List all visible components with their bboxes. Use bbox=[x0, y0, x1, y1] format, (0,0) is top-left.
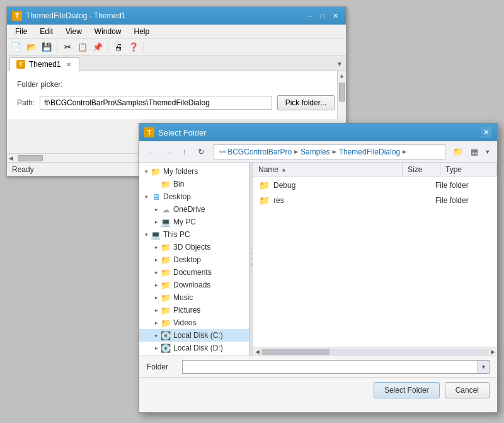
help-button[interactable]: ❓ bbox=[127, 40, 140, 54]
scroll-h-thumb[interactable] bbox=[18, 155, 43, 161]
breadcrumb-samples[interactable]: Samples bbox=[301, 148, 330, 156]
tab-themed1[interactable]: T Themed1 ✕ bbox=[9, 57, 79, 71]
tree-expand-icon[interactable]: ▸ bbox=[152, 255, 161, 264]
breadcrumb-themedfiledialog[interactable]: ThemedFileDialog bbox=[339, 148, 400, 156]
tree-expand-icon[interactable]: ▾ bbox=[142, 230, 151, 239]
scroll-thumb[interactable] bbox=[339, 83, 345, 101]
cut-button[interactable]: ✂ bbox=[60, 40, 74, 54]
file-list-item[interactable]: 📁DebugFile folder bbox=[253, 178, 497, 193]
back-button[interactable]: ← bbox=[144, 144, 159, 159]
path-input[interactable] bbox=[40, 96, 272, 110]
open-button[interactable]: 📂 bbox=[25, 40, 38, 54]
col-header-name[interactable]: Name ▲ bbox=[253, 163, 403, 176]
tree-item-label: Bin bbox=[173, 180, 184, 188]
toolbar-sep-2 bbox=[108, 42, 108, 53]
tree-panel[interactable]: ▾📁My folders📁Bin▾🖥Desktop▸☁OneDrive▸💻My … bbox=[139, 163, 249, 356]
file-list-item[interactable]: 📁resFile folder bbox=[253, 193, 497, 208]
tree-item[interactable]: ▸☁OneDrive bbox=[139, 203, 249, 216]
tree-item[interactable]: ▸📁Pictures bbox=[139, 304, 249, 316]
file-scroll-right[interactable]: ▶ bbox=[489, 349, 497, 355]
tree-item[interactable]: ▸📁Music bbox=[139, 291, 249, 304]
new-button[interactable]: 📄 bbox=[9, 40, 23, 54]
refresh-button[interactable]: ↻ bbox=[193, 144, 209, 159]
dialog-close-button[interactable]: ✕ bbox=[481, 127, 492, 138]
tree-item[interactable]: ▸💽Local Disk (C:) bbox=[139, 329, 249, 342]
menu-help[interactable]: Help bbox=[129, 25, 156, 38]
menu-edit[interactable]: Edit bbox=[34, 25, 59, 38]
toolbar-sep-3 bbox=[144, 42, 144, 53]
minimize-button[interactable]: ─ bbox=[304, 11, 316, 21]
menu-file[interactable]: File bbox=[9, 25, 33, 38]
tree-expand-icon[interactable]: ▸ bbox=[152, 293, 161, 302]
tree-expand-icon[interactable]: ▸ bbox=[152, 331, 161, 340]
view-dropdown-button[interactable]: ▼ bbox=[483, 144, 492, 159]
vertical-scrollbar[interactable]: ▲ bbox=[337, 71, 346, 119]
status-text: Ready bbox=[12, 165, 34, 174]
save-button[interactable]: 💾 bbox=[40, 40, 54, 54]
sort-arrow-name: ▲ bbox=[281, 166, 287, 173]
file-list-body[interactable]: 📁DebugFile folder📁resFile folder bbox=[253, 177, 497, 347]
maximize-button[interactable]: □ bbox=[317, 11, 328, 21]
tree-folder-icon: ☁ bbox=[161, 204, 171, 214]
tab-close-button[interactable]: ✕ bbox=[65, 61, 72, 68]
tree-expand-icon[interactable]: ▸ bbox=[152, 306, 161, 315]
col-header-size[interactable]: Size bbox=[403, 163, 440, 176]
tree-expand-icon[interactable]: ▸ bbox=[152, 205, 161, 214]
tree-expand-icon[interactable] bbox=[152, 180, 161, 188]
tree-item-label: Desktop bbox=[163, 192, 191, 201]
select-folder-button[interactable]: Select Folder bbox=[374, 382, 440, 398]
grid-view-button[interactable]: ▦ bbox=[467, 144, 482, 159]
scroll-up-arrow[interactable]: ▲ bbox=[338, 71, 346, 80]
folder-picker-label: Folder picker: bbox=[17, 80, 335, 89]
tree-item[interactable]: ▸💻My PC bbox=[139, 216, 249, 228]
tree-expand-icon[interactable]: ▾ bbox=[142, 167, 151, 176]
up-button[interactable]: ↑ bbox=[177, 144, 192, 159]
print-button[interactable]: 🖨 bbox=[112, 40, 125, 54]
tree-item[interactable]: ▸📁Desktop bbox=[139, 253, 249, 266]
tree-item[interactable]: ▾💻This PC bbox=[139, 228, 249, 241]
cancel-button[interactable]: Cancel bbox=[445, 382, 490, 398]
file-scroll-track[interactable] bbox=[261, 349, 489, 355]
tree-item[interactable]: ▸💿DVD RW Drive (E:) bbox=[139, 354, 249, 356]
folder-input[interactable] bbox=[183, 361, 478, 373]
tree-expand-icon[interactable]: ▸ bbox=[152, 268, 161, 277]
tree-item-label: Videos bbox=[173, 318, 196, 327]
tree-item[interactable]: ▸📁Downloads bbox=[139, 279, 249, 291]
menu-view[interactable]: View bbox=[60, 25, 88, 38]
tree-expand-icon[interactable]: ▸ bbox=[152, 318, 161, 327]
close-button[interactable]: ✕ bbox=[329, 11, 341, 21]
dialog-title: Select Folder bbox=[158, 128, 207, 137]
title-bar-left: T ThemedFileDialog - Themed1 bbox=[12, 11, 126, 21]
folder-input-dropdown[interactable]: ▼ bbox=[478, 361, 489, 373]
tree-item-label: Desktop bbox=[173, 255, 201, 264]
tree-item[interactable]: ▸💽Local Disk (D:) bbox=[139, 342, 249, 354]
tree-item[interactable]: ▾📁My folders bbox=[139, 165, 249, 178]
scroll-left-arrow[interactable]: ◀ bbox=[7, 155, 15, 161]
breadcrumb-bcg[interactable]: BCGControlBarPro bbox=[227, 148, 292, 156]
tree-expand-icon[interactable]: ▾ bbox=[142, 192, 151, 201]
tree-item-label: Pictures bbox=[173, 306, 200, 315]
tree-expand-icon[interactable]: ▸ bbox=[152, 217, 161, 226]
folder-row-label: Folder bbox=[147, 362, 177, 371]
tree-expand-icon[interactable]: ▸ bbox=[152, 281, 161, 289]
tree-item[interactable]: ▸📁Documents bbox=[139, 266, 249, 279]
menu-window[interactable]: Window bbox=[89, 25, 127, 38]
file-name: Debug bbox=[273, 181, 398, 190]
file-scroll-h[interactable]: ◀ ▶ bbox=[253, 347, 497, 356]
tab-dropdown-button[interactable]: ▼ bbox=[335, 57, 345, 71]
col-header-type[interactable]: Type bbox=[440, 163, 497, 176]
tree-expand-icon[interactable]: ▸ bbox=[152, 243, 161, 252]
forward-button[interactable]: → bbox=[161, 144, 176, 159]
pick-folder-button[interactable]: Pick folder... bbox=[277, 95, 335, 110]
tree-item[interactable]: ▸📁Videos bbox=[139, 316, 249, 329]
folder-tree-view-button[interactable]: 📁 bbox=[450, 144, 466, 159]
copy-button[interactable]: 📋 bbox=[76, 40, 89, 54]
tree-folder-icon: 📁 bbox=[161, 255, 171, 265]
tree-item[interactable]: ▾🖥Desktop bbox=[139, 190, 249, 203]
tree-item[interactable]: ▸📁3D Objects bbox=[139, 241, 249, 253]
tree-item[interactable]: 📁Bin bbox=[139, 178, 249, 190]
content-area: Folder picker: Path: Pick folder... ▲ bbox=[7, 71, 346, 119]
paste-button[interactable]: 📌 bbox=[91, 40, 105, 54]
file-scroll-left[interactable]: ◀ bbox=[253, 349, 261, 355]
tree-expand-icon[interactable]: ▸ bbox=[152, 344, 161, 352]
